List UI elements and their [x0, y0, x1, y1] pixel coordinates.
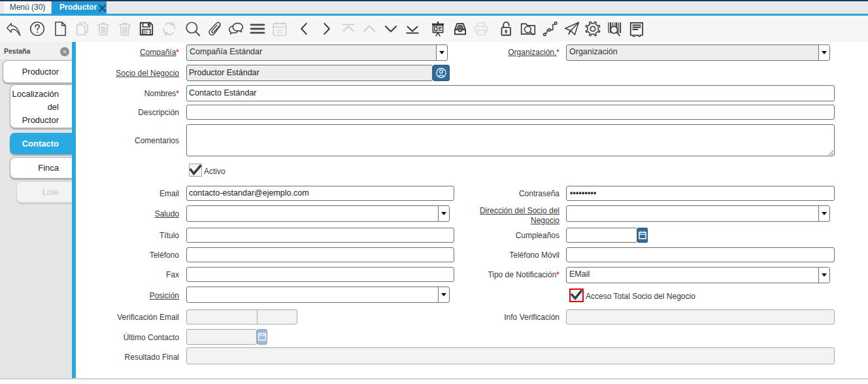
svg-text:31: 31 — [276, 28, 283, 35]
